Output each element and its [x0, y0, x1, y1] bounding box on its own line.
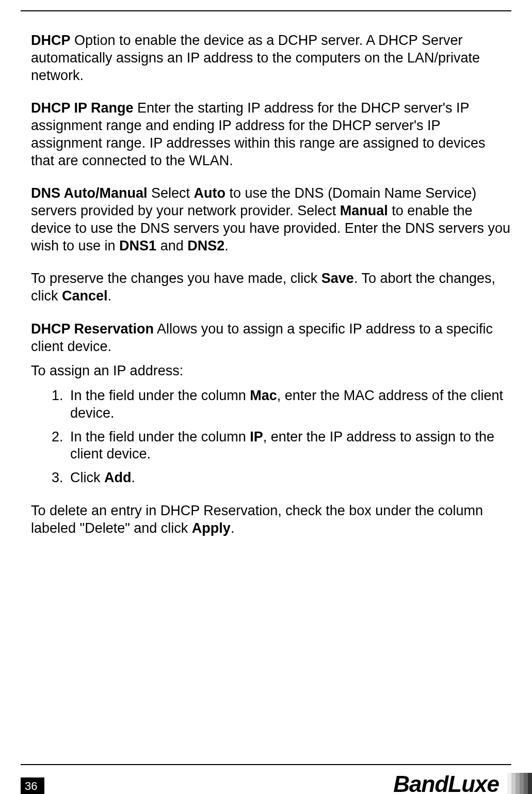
- term-apply: Apply: [192, 520, 231, 536]
- paragraph-delete: To delete an entry in DHCP Reservation, …: [31, 502, 511, 537]
- bar-icon: [520, 773, 524, 794]
- term-dns-auto-manual: DNS Auto/Manual: [31, 185, 148, 201]
- brand-logo: BandLuxe: [393, 771, 532, 794]
- text: Click: [70, 470, 104, 485]
- assign-intro: To assign an IP address:: [31, 362, 511, 380]
- brand-bars-icon: [507, 773, 532, 794]
- bar-icon: [511, 773, 515, 794]
- text: .: [231, 520, 235, 536]
- step-1: In the field under the column Mac, enter…: [67, 387, 511, 422]
- text: In the field under the column: [70, 429, 250, 444]
- paragraph-reservation: DHCP Reservation Allows you to assign a …: [31, 321, 511, 356]
- paragraph-dns: DNS Auto/Manual Select Auto to use the D…: [31, 185, 511, 255]
- page-number-box: 36: [21, 777, 44, 794]
- step-2: In the field under the column IP, enter …: [67, 428, 511, 464]
- page-number: 36: [25, 780, 37, 793]
- text: .: [108, 288, 112, 304]
- document-page: DHCP Option to enable the device as a DC…: [0, 10, 532, 794]
- text: In the field under the column: [70, 388, 250, 403]
- text: To delete an entry in DHCP Reservation, …: [31, 503, 483, 536]
- paragraph-save-cancel: To preserve the changes you have made, c…: [31, 270, 511, 305]
- text: .: [131, 470, 135, 485]
- text: .: [224, 238, 229, 253]
- bar-icon: [528, 773, 532, 794]
- body-text: DHCP Option to enable the device as a DC…: [31, 11, 511, 537]
- bar-icon: [507, 773, 511, 794]
- text: To preserve the changes you have made, c…: [31, 271, 321, 286]
- term-ip: IP: [250, 429, 263, 444]
- term-cancel: Cancel: [62, 288, 108, 304]
- bar-icon: [515, 773, 520, 794]
- term-manual: Manual: [340, 203, 388, 218]
- text: Option to enable the device as a DCHP se…: [31, 33, 480, 83]
- bar-icon: [524, 773, 528, 794]
- term-dhcp-reservation: DHCP Reservation: [31, 321, 154, 337]
- paragraph-dhcp: DHCP Option to enable the device as a DC…: [31, 32, 511, 84]
- text: and: [156, 238, 187, 253]
- term-dns2: DNS2: [187, 238, 224, 253]
- term-add: Add: [104, 470, 131, 485]
- step-3: Click Add.: [67, 469, 511, 487]
- term-mac: Mac: [250, 388, 277, 403]
- term-dhcp: DHCP: [31, 33, 71, 48]
- page-footer: 36 BandLuxe: [0, 764, 532, 794]
- steps-list: In the field under the column Mac, enter…: [67, 387, 511, 487]
- footer-rule: [21, 764, 511, 765]
- term-dns1: DNS1: [119, 238, 156, 253]
- text: Select: [148, 185, 194, 201]
- term-save: Save: [321, 271, 354, 286]
- term-dhcp-ip-range: DHCP IP Range: [31, 100, 134, 116]
- term-auto: Auto: [194, 185, 225, 201]
- brand-wordmark: BandLuxe: [393, 771, 499, 794]
- paragraph-dhcp-range: DHCP IP Range Enter the starting IP addr…: [31, 100, 511, 169]
